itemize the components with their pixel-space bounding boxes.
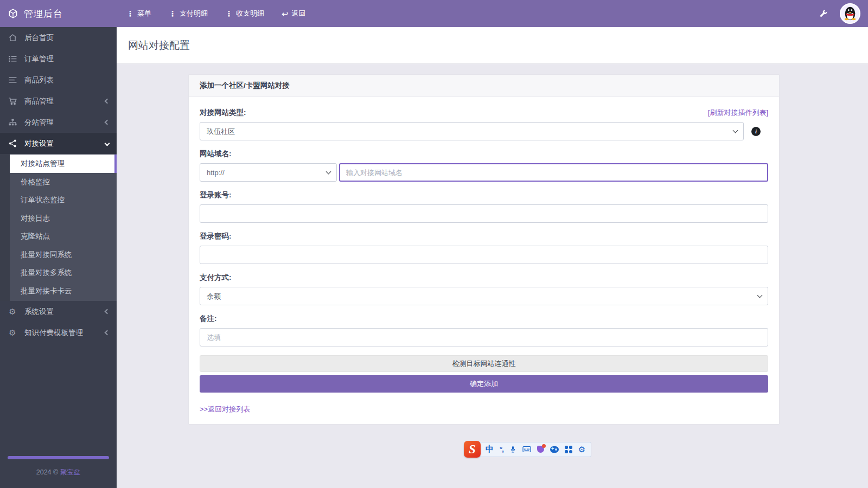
cube-logo-icon bbox=[8, 8, 18, 19]
toolbox-gear-icon[interactable]: ⚙ bbox=[578, 445, 585, 453]
income-expense-label: 收支明细 bbox=[236, 9, 264, 18]
password-label: 登录密码: bbox=[200, 232, 768, 241]
ime-toolbar: S 中 °, ⚙ bbox=[464, 441, 591, 458]
menu-label: 菜单 bbox=[137, 9, 151, 18]
sidebar-item-product-list[interactable]: 商品列表 bbox=[0, 69, 117, 91]
copyright-year: 2024 © bbox=[36, 468, 60, 476]
back-to-list-link[interactable]: >>返回对接列表 bbox=[200, 404, 250, 414]
brand-title: 管理后台 bbox=[24, 8, 63, 20]
back-label: 返回 bbox=[292, 9, 306, 18]
account-input[interactable] bbox=[200, 204, 768, 223]
copyright-brand-link[interactable]: 聚宝盆 bbox=[60, 468, 81, 476]
submenu-item-clone-site[interactable]: 克隆站点 bbox=[0, 227, 117, 246]
sitemap-icon bbox=[8, 118, 17, 127]
topbar-right bbox=[819, 3, 868, 24]
card-header: 添加一个社区/卡盟网站对接 bbox=[189, 75, 779, 97]
brand[interactable]: 管理后台 bbox=[0, 8, 117, 20]
page-title: 网站对接配置 bbox=[128, 38, 190, 53]
microphone-icon[interactable] bbox=[509, 445, 516, 453]
copyright: 2024 © 聚宝盆 bbox=[0, 468, 117, 477]
sidebar-item-label: 知识付费模板管理 bbox=[24, 328, 83, 338]
home-icon bbox=[8, 33, 17, 42]
topbar: 管理后台 ⋮ 菜单 ⋮ 支付明细 ⋮ 收支明细 ↩ 返回 bbox=[0, 0, 868, 27]
domain-input[interactable] bbox=[339, 163, 768, 182]
account-label: 登录账号: bbox=[200, 190, 768, 200]
chevron-left-icon bbox=[105, 99, 110, 104]
integration-form-card: 添加一个社区/卡盟网站对接 对接网站类型: [刷新对接插件列表] 玖伍社区 bbox=[188, 74, 780, 425]
submenu-item-batch-multi-system[interactable]: 批量对接多系统 bbox=[0, 264, 117, 282]
site-type-select[interactable]: 玖伍社区 bbox=[200, 122, 744, 140]
keyboard-icon[interactable] bbox=[522, 446, 531, 453]
submenu-item-integration-log[interactable]: 对接日志 bbox=[0, 209, 117, 228]
pay-method-select-wrap: 余额 bbox=[200, 287, 768, 305]
main-area: 网站对接配置 添加一个社区/卡盟网站对接 对接网站类型: [刷新对接插件列表] … bbox=[117, 27, 868, 488]
wrench-icon[interactable] bbox=[819, 9, 828, 18]
chevron-left-icon bbox=[105, 309, 110, 314]
income-expense-button[interactable]: ⋮ 收支明细 bbox=[225, 9, 264, 18]
card-body: 对接网站类型: [刷新对接插件列表] 玖伍社区 i bbox=[189, 97, 779, 424]
sidebar-item-label: 系统设置 bbox=[24, 307, 54, 317]
password-input[interactable] bbox=[200, 246, 768, 264]
sidebar-footer: 2024 © 聚宝盆 bbox=[0, 456, 117, 488]
vertical-dots-icon: ⋮ bbox=[169, 10, 176, 17]
user-avatar[interactable] bbox=[840, 3, 860, 24]
sidebar-item-integration-settings[interactable]: 对接设置 bbox=[0, 133, 117, 154]
ime-language-mode-button[interactable]: 中 bbox=[486, 444, 494, 454]
sidebar-item-product-manage[interactable]: 商品管理 bbox=[0, 91, 117, 112]
content: 添加一个社区/卡盟网站对接 对接网站类型: [刷新对接插件列表] 玖伍社区 bbox=[117, 64, 868, 488]
sidebar-item-knowledge-template[interactable]: ⚙ 知识付费模板管理 bbox=[0, 322, 117, 343]
submenu-item-site-manage[interactable]: 对接站点管理 bbox=[10, 155, 117, 173]
apps-grid-icon[interactable] bbox=[565, 446, 572, 453]
submenu-item-batch-kakayun[interactable]: 批量对接卡卡云 bbox=[0, 282, 117, 300]
submenu-item-batch-same-system[interactable]: 批量对接同系统 bbox=[0, 246, 117, 264]
sidebar-item-system-settings[interactable]: ⚙ 系统设置 bbox=[0, 301, 117, 322]
protocol-select[interactable]: http:// bbox=[200, 163, 337, 182]
sidebar-item-label: 订单管理 bbox=[24, 54, 54, 64]
site-type-info-addon[interactable]: i bbox=[744, 122, 768, 140]
submenu-item-order-status-monitor[interactable]: 订单状态监控 bbox=[0, 191, 117, 209]
info-circle-icon: i bbox=[751, 127, 761, 136]
pay-method-select[interactable]: 余额 bbox=[200, 287, 768, 305]
bars-icon bbox=[8, 75, 17, 85]
ime-punctuation-button[interactable]: °, bbox=[500, 445, 503, 453]
sidebar-item-substation-manage[interactable]: 分站管理 bbox=[0, 112, 117, 133]
site-type-label: 对接网站类型: bbox=[200, 108, 246, 118]
confirm-add-button[interactable]: 确定添加 bbox=[200, 375, 768, 393]
gear-icon: ⚙ bbox=[8, 328, 17, 338]
ime-bar: 中 °, ⚙ bbox=[478, 442, 591, 457]
skin-palette-icon[interactable] bbox=[537, 446, 544, 453]
sidebar-item-label: 对接设置 bbox=[24, 139, 54, 149]
payment-detail-button[interactable]: ⋮ 支付明细 bbox=[169, 9, 208, 18]
share-nodes-icon bbox=[8, 139, 17, 148]
chevron-left-icon bbox=[105, 330, 110, 336]
remark-label: 备注: bbox=[200, 314, 768, 324]
chevron-down-icon bbox=[105, 141, 110, 146]
menu-button[interactable]: ⋮ 菜单 bbox=[126, 9, 151, 18]
list-icon bbox=[8, 54, 17, 63]
check-connectivity-button[interactable]: 检测目标网站连通性 bbox=[200, 355, 768, 372]
submenu-item-price-monitor[interactable]: 价格监控 bbox=[0, 173, 117, 191]
vertical-dots-icon: ⋮ bbox=[225, 10, 233, 17]
protocol-select-wrap: http:// bbox=[200, 163, 337, 182]
payment-detail-label: 支付明细 bbox=[180, 9, 208, 18]
sidebar-item-dashboard[interactable]: 后台首页 bbox=[0, 27, 117, 48]
pay-method-label: 支付方式: bbox=[200, 273, 768, 282]
vertical-dots-icon: ⋮ bbox=[126, 10, 134, 17]
back-button[interactable]: ↩ 返回 bbox=[282, 9, 306, 18]
sidebar-item-label: 分站管理 bbox=[24, 118, 54, 127]
chevron-left-icon bbox=[105, 120, 110, 125]
gear-icon: ⚙ bbox=[8, 307, 17, 317]
cart-icon bbox=[8, 97, 17, 106]
domain-label: 网站域名: bbox=[200, 149, 768, 159]
refresh-plugin-list-link[interactable]: [刷新对接插件列表] bbox=[708, 108, 768, 118]
sidebar: 后台首页 订单管理 商品列表 bbox=[0, 27, 117, 488]
reply-arrow-icon: ↩ bbox=[282, 10, 289, 18]
top-menu: ⋮ 菜单 ⋮ 支付明细 ⋮ 收支明细 ↩ 返回 bbox=[126, 9, 306, 18]
remark-input[interactable] bbox=[200, 328, 768, 346]
page-header: 网站对接配置 bbox=[117, 27, 868, 64]
sidebar-item-label: 后台首页 bbox=[24, 33, 54, 43]
sidebar-item-orders[interactable]: 订单管理 bbox=[0, 48, 117, 69]
sogou-logo-icon[interactable]: S bbox=[464, 441, 481, 458]
progress-bar bbox=[8, 456, 109, 459]
emoji-robot-icon[interactable] bbox=[550, 446, 559, 453]
